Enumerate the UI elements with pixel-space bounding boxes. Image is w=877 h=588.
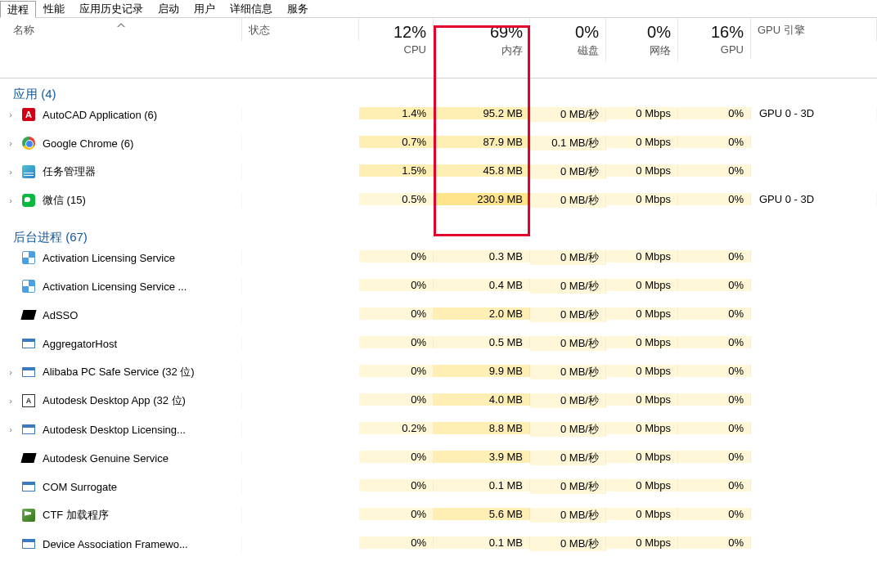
col-header-cpu-label: CPU — [404, 43, 426, 56]
window-icon — [21, 336, 36, 351]
cpu-cell: 0% — [359, 279, 434, 291]
col-header-cpu[interactable]: 12% CPU — [359, 18, 434, 59]
tab-0[interactable]: 进程 — [0, 1, 36, 18]
col-header-disk-pct: 0% — [575, 23, 599, 42]
disk-cell: 0 MB/秒 — [530, 307, 606, 322]
process-row[interactable]: ›Alibaba PC Safe Service (32 位)0%9.9 MB0… — [0, 365, 877, 393]
disk-cell: 0.1 MB/秒 — [530, 136, 606, 150]
memory-cell: 230.9 MB — [434, 193, 530, 205]
network-cell: 0 Mbps — [606, 422, 678, 434]
memory-cell: 4.0 MB — [434, 393, 530, 406]
autocad-icon: A — [21, 107, 36, 122]
tab-1[interactable]: 性能 — [36, 0, 72, 17]
group-header: 后台进程 (67) — [0, 222, 877, 250]
cpu-cell: 1.4% — [359, 107, 434, 119]
process-row[interactable]: ›Autodesk Desktop Licensing...0.2%8.8 MB… — [0, 422, 877, 451]
tab-3[interactable]: 启动 — [151, 0, 187, 17]
tab-5[interactable]: 详细信息 — [223, 0, 280, 17]
memory-cell: 0.4 MB — [434, 279, 530, 291]
col-header-mem-label: 内存 — [501, 43, 523, 58]
memory-cell: 2.0 MB — [434, 307, 530, 320]
network-cell: 0 Mbps — [606, 250, 678, 263]
process-row[interactable]: ›Google Chrome (6)0.7%87.9 MB0.1 MB/秒0 M… — [0, 136, 877, 164]
expand-chevron-icon[interactable]: › — [7, 167, 15, 177]
gpu-cell: 0% — [678, 307, 751, 320]
process-row[interactable]: ›AAutodesk Desktop App (32 位)0%4.0 MB0 M… — [0, 393, 877, 422]
process-row[interactable]: Device Association Framewo...0%0.1 MB0 M… — [0, 536, 877, 565]
gpu-cell: 0% — [678, 422, 751, 434]
group-header: 应用 (4) — [0, 79, 877, 107]
gpu-engine-cell: GPU 0 - 3D — [751, 193, 877, 205]
disk-cell: 0 MB/秒 — [530, 164, 606, 179]
cpu-cell: 0% — [359, 536, 434, 549]
process-name: Autodesk Desktop Licensing... — [43, 424, 186, 436]
tab-6[interactable]: 服务 — [280, 0, 316, 17]
expand-chevron-icon[interactable]: › — [7, 367, 15, 377]
generic-blue-icon — [21, 250, 36, 265]
col-header-network[interactable]: 0% 网络 — [606, 18, 678, 61]
cpu-cell: 0% — [359, 250, 434, 263]
disk-cell: 0 MB/秒 — [530, 422, 606, 437]
window-icon — [21, 422, 36, 437]
sort-indicator-icon — [117, 23, 125, 27]
expand-chevron-icon[interactable]: › — [7, 110, 15, 119]
process-name: AdSSO — [43, 309, 78, 321]
gpu-cell: 0% — [678, 479, 751, 491]
process-row[interactable]: ›AAutoCAD Application (6)1.4%95.2 MB0 MB… — [0, 107, 877, 136]
process-row[interactable]: COM Surrogate0%0.1 MB0 MB/秒0 Mbps0% — [0, 479, 877, 508]
network-cell: 0 Mbps — [606, 451, 678, 463]
process-name: CTF 加载程序 — [43, 508, 109, 523]
disk-cell: 0 MB/秒 — [530, 536, 606, 551]
process-row[interactable]: ›任务管理器1.5%45.8 MB0 MB/秒0 Mbps0% — [0, 164, 877, 193]
cpu-cell: 1.5% — [359, 164, 434, 177]
black-icon — [21, 451, 36, 465]
gpu-cell: 0% — [678, 365, 751, 377]
memory-cell: 8.8 MB — [434, 422, 530, 434]
process-row[interactable]: ›微信 (15)0.5%230.9 MB0 MB/秒0 Mbps0%GPU 0 … — [0, 193, 877, 222]
process-name: AggregatorHost — [43, 338, 117, 350]
memory-cell: 0.5 MB — [434, 336, 530, 348]
black-icon — [21, 307, 36, 322]
col-header-status-label: 状态 — [249, 23, 270, 38]
process-row[interactable]: CTF 加载程序0%5.6 MB0 MB/秒0 Mbps0% — [0, 508, 877, 536]
gpu-cell: 0% — [678, 336, 751, 348]
tab-2[interactable]: 应用历史记录 — [72, 0, 151, 17]
memory-cell: 5.6 MB — [434, 508, 530, 520]
col-header-memory[interactable]: 69% 内存 — [434, 18, 530, 61]
process-name: Google Chrome (6) — [43, 137, 133, 150]
cpu-cell: 0.5% — [359, 193, 434, 205]
col-header-status[interactable]: 状态 — [242, 18, 359, 41]
col-header-gpu-engine[interactable]: GPU 引擎 — [751, 18, 877, 41]
cpu-cell: 0% — [359, 479, 434, 491]
gpu-cell: 0% — [678, 508, 751, 520]
gpu-cell: 0% — [678, 164, 751, 177]
process-name: COM Surrogate — [43, 481, 117, 493]
col-header-gpu-label: GPU — [721, 43, 744, 56]
expand-chevron-icon[interactable]: › — [7, 138, 15, 148]
process-name: 任务管理器 — [43, 164, 96, 179]
expand-chevron-icon[interactable]: › — [7, 195, 15, 205]
network-cell: 0 Mbps — [606, 536, 678, 549]
col-header-name[interactable]: 名称 — [0, 18, 242, 41]
col-header-gpu[interactable]: 16% GPU — [678, 18, 751, 59]
memory-cell: 9.9 MB — [434, 365, 530, 377]
tabs-bar: 进程性能应用历史记录启动用户详细信息服务 — [0, 0, 877, 18]
col-header-disk[interactable]: 0% 磁盘 — [530, 18, 606, 61]
disk-cell: 0 MB/秒 — [530, 365, 606, 379]
process-row[interactable]: Activation Licensing Service0%0.3 MB0 MB… — [0, 250, 877, 279]
window-icon — [21, 536, 36, 551]
process-row[interactable]: Autodesk Genuine Service0%3.9 MB0 MB/秒0 … — [0, 451, 877, 479]
wechat-icon — [21, 193, 36, 208]
cpu-cell: 0% — [359, 508, 434, 520]
tab-4[interactable]: 用户 — [187, 0, 223, 17]
chrome-icon — [21, 136, 36, 150]
cpu-cell: 0.7% — [359, 136, 434, 148]
column-headers: 名称 状态 12% CPU 69% 内存 0% 磁盘 0% 网络 16% GPU… — [0, 18, 877, 79]
window-icon — [21, 365, 36, 379]
process-row[interactable]: AggregatorHost0%0.5 MB0 MB/秒0 Mbps0% — [0, 336, 877, 365]
expand-chevron-icon[interactable]: › — [7, 396, 15, 406]
process-row[interactable]: Activation Licensing Service ...0%0.4 MB… — [0, 279, 877, 307]
expand-chevron-icon[interactable]: › — [7, 424, 15, 434]
process-row[interactable]: AdSSO0%2.0 MB0 MB/秒0 Mbps0% — [0, 307, 877, 336]
process-name: Alibaba PC Safe Service (32 位) — [43, 365, 195, 379]
